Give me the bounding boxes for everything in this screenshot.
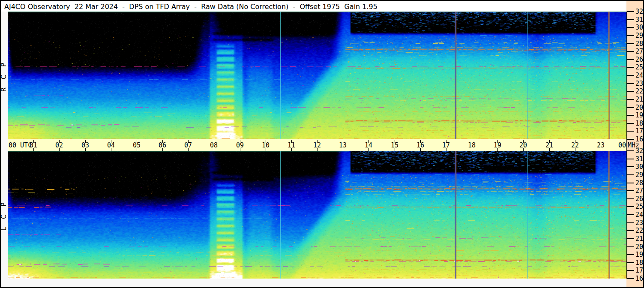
freq-tick [627,278,634,279]
hour-label: 22 [566,141,584,149]
freq-label: 27 [635,187,643,195]
hour-label: 20 [514,141,533,149]
freq-label: 27 [635,48,643,55]
freq-label: 16 [635,135,643,143]
freq-label: 20 [635,243,643,251]
hour-label: 05 [127,141,146,149]
rcp-spectrogram-canvas [8,12,626,139]
hour-label: 00 [613,141,632,149]
hour-label: 09 [231,141,249,149]
freq-tick [627,214,634,215]
lcp-spectrogram-canvas [8,151,626,279]
freq-tick [627,139,634,140]
freq-label: 18 [635,259,643,267]
freq-tick [627,159,634,159]
freq-tick [627,43,634,44]
freq-label: 29 [635,171,643,179]
freq-label: 26 [635,195,643,203]
freq-label: 31 [635,155,643,163]
freq-tick [627,246,634,247]
freq-label: 24 [635,72,643,79]
freq-label: 28 [635,179,643,187]
freq-tick [627,59,634,60]
hour-label: 10 [256,141,275,149]
hour-label: 16 [411,141,430,149]
freq-tick [627,27,634,28]
freq-label: 28 [635,40,643,48]
hour-label: 18 [462,141,481,149]
freq-tick [627,115,634,116]
freq-tick [627,262,634,263]
freq-tick [627,198,634,199]
freq-tick [627,270,634,271]
freq-tick [627,107,634,108]
hour-label: 13 [333,141,352,149]
freq-tick [627,11,634,12]
freq-tick [627,238,634,239]
freq-label: 17 [635,267,643,274]
freq-tick [627,222,634,223]
freq-tick [627,166,634,167]
freq-tick [627,230,634,231]
freq-tick [627,75,634,76]
freq-label: 25 [635,63,643,71]
hour-label: 03 [76,141,95,149]
hour-tick [8,148,8,151]
hour-label: 01 [24,141,43,149]
hour-label: 15 [385,141,404,149]
freq-tick [627,254,634,255]
freq-label: 31 [635,16,643,24]
freq-label: 23 [635,80,643,87]
freq-tick [627,91,634,92]
title-bar: AJ4CO Observatory 22 Mar 2024 - DPS on T… [1,1,626,12]
hour-label: 21 [540,141,559,149]
hour-label: 23 [591,141,610,149]
rcp-panel-label: R C P [0,46,8,106]
freq-label: 18 [635,120,643,127]
hour-label: 04 [102,141,120,149]
freq-label: 22 [635,227,643,234]
freq-label: 17 [635,127,643,135]
lcp-panel-label: L C P [0,185,8,245]
freq-label: 25 [635,203,643,210]
hour-label: 17 [437,141,455,149]
bottom-margin [1,279,626,287]
freq-tick [627,51,634,52]
freq-label: 32 [635,147,643,155]
freq-label: 19 [635,251,643,258]
spectrogram-page: AJ4CO Observatory 22 Mar 2024 - DPS on T… [0,0,644,288]
freq-label: 30 [635,24,643,31]
freq-label: 26 [635,56,643,63]
hour-label: 02 [50,141,69,149]
freq-label: 22 [635,87,643,95]
freq-tick [627,35,634,36]
freq-tick [627,83,634,84]
freq-tick [627,19,634,20]
hour-label: 08 [204,141,223,149]
hour-label: 12 [308,141,326,149]
freq-tick [627,183,634,183]
freq-tick [627,174,634,175]
freq-tick [627,150,634,151]
freq-label: 29 [635,32,643,39]
freq-label: 30 [635,163,643,171]
freq-label: 23 [635,219,643,227]
freq-label: 21 [635,235,643,243]
page-title: AJ4CO Observatory 22 Mar 2024 - DPS on T… [4,3,377,11]
hour-label: 07 [179,141,198,149]
freq-tick [627,99,634,100]
freq-tick [627,123,634,124]
freq-label: 20 [635,104,643,111]
hour-tick [8,140,8,143]
freq-label: 21 [635,96,643,103]
freq-label: 32 [635,8,643,15]
freq-tick [627,190,634,191]
freq-label: 16 [635,275,643,282]
freq-tick [627,131,634,132]
freq-label: 19 [635,111,643,119]
freq-label: 24 [635,211,643,219]
freq-tick [627,67,634,68]
freq-tick [627,206,634,207]
hour-label: 06 [153,141,172,149]
hour-label: 14 [359,141,378,149]
